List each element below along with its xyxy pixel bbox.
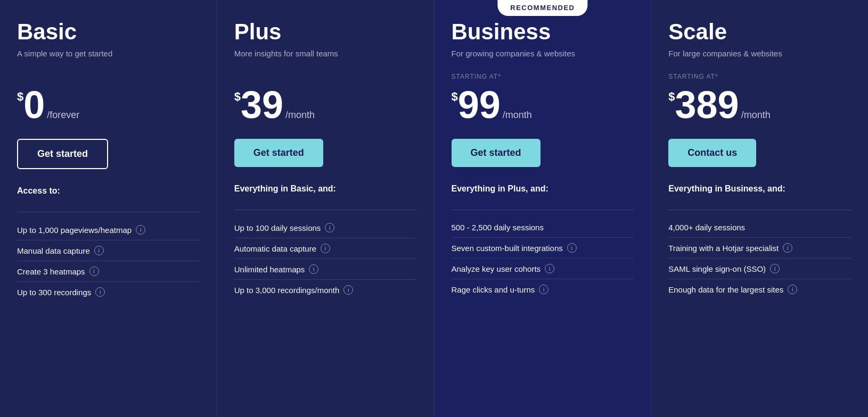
price-row-business: $ 99 /month xyxy=(452,86,634,124)
price-amount-plus: 39 xyxy=(241,86,283,124)
feature-text-scale-3: Enough data for the largest sites xyxy=(668,285,783,294)
pricing-container: BasicA simple way to get started $ 0 /fo… xyxy=(0,0,868,417)
price-dollar-basic: $ xyxy=(17,90,23,104)
price-row-plus: $ 39 /month xyxy=(234,86,417,124)
plan-name-business: Business xyxy=(452,19,634,45)
plan-name-basic: Basic xyxy=(17,19,200,45)
info-icon-plus-1[interactable]: i xyxy=(321,244,330,253)
price-period-basic: /forever xyxy=(47,110,79,121)
cta-button-business[interactable]: Get started xyxy=(452,139,541,167)
feature-item-scale-2: SAML single sign-on (SSO) i xyxy=(668,258,851,279)
feature-text-basic-0: Up to 1,000 pageviews/heatmap xyxy=(17,226,132,235)
feature-text-basic-1: Manual data capture xyxy=(17,246,90,255)
info-icon-plus-2[interactable]: i xyxy=(309,264,318,274)
cta-button-basic[interactable]: Get started xyxy=(17,139,108,169)
info-icon-plus-0[interactable]: i xyxy=(325,223,334,232)
price-dollar-plus: $ xyxy=(234,90,241,104)
divider-scale xyxy=(668,210,851,210)
feature-item-plus-3: Up to 3,000 recordings/month i xyxy=(234,280,417,300)
feature-item-scale-0: 4,000+ daily sessions xyxy=(668,218,851,238)
info-icon-basic-1[interactable]: i xyxy=(94,246,104,255)
plan-card-business: RECOMMENDEDBusinessFor growing companies… xyxy=(435,0,652,417)
price-amount-business: 99 xyxy=(458,86,501,124)
feature-text-scale-1: Training with a Hotjar specialist xyxy=(668,244,779,253)
info-icon-basic-2[interactable]: i xyxy=(89,266,99,276)
feature-text-plus-3: Up to 3,000 recordings/month xyxy=(234,286,340,295)
starting-at-scale: STARTING AT* xyxy=(668,73,851,84)
feature-item-business-3: Rage clicks and u-turns i xyxy=(452,279,634,299)
feature-item-business-1: Seven custom-built integrations i xyxy=(452,238,634,258)
plan-card-scale: ScaleFor large companies & websitesSTART… xyxy=(651,0,868,417)
feature-text-plus-1: Automatic data capture xyxy=(234,244,316,253)
price-period-plus: /month xyxy=(285,110,315,121)
info-icon-basic-0[interactable]: i xyxy=(136,225,145,235)
feature-text-business-3: Rage clicks and u-turns xyxy=(452,285,535,294)
price-row-basic: $ 0 /forever xyxy=(17,86,200,124)
feature-item-plus-1: Automatic data capture i xyxy=(234,238,417,259)
cta-button-scale[interactable]: Contact us xyxy=(668,139,756,167)
price-period-business: /month xyxy=(503,110,532,121)
cta-button-plus[interactable]: Get started xyxy=(234,139,323,167)
features-heading-basic: Access to: xyxy=(17,186,200,196)
feature-text-scale-0: 4,000+ daily sessions xyxy=(668,223,745,232)
plan-subtitle-business: For growing companies & websites xyxy=(452,49,634,58)
info-icon-basic-3[interactable]: i xyxy=(95,287,105,297)
feature-item-basic-2: Create 3 heatmaps i xyxy=(17,261,200,282)
starting-at-business: STARTING AT* xyxy=(452,73,634,84)
feature-item-basic-1: Manual data capture i xyxy=(17,240,200,261)
feature-text-business-1: Seven custom-built integrations xyxy=(452,244,563,253)
feature-item-basic-3: Up to 300 recordings i xyxy=(17,282,200,302)
info-icon-business-1[interactable]: i xyxy=(567,243,577,253)
feature-item-scale-3: Enough data for the largest sites i xyxy=(668,279,851,299)
features-heading-business: Everything in Plus, and: xyxy=(452,184,634,194)
feature-item-scale-1: Training with a Hotjar specialist i xyxy=(668,238,851,258)
starting-at-basic xyxy=(17,73,200,84)
plan-name-plus: Plus xyxy=(234,19,417,45)
feature-item-basic-0: Up to 1,000 pageviews/heatmap i xyxy=(17,220,200,240)
plan-subtitle-scale: For large companies & websites xyxy=(668,49,851,58)
divider-business xyxy=(452,210,634,210)
feature-text-basic-3: Up to 300 recordings xyxy=(17,288,91,297)
feature-text-plus-2: Unlimited heatmaps xyxy=(234,265,305,274)
recommended-badge: RECOMMENDED xyxy=(497,0,587,16)
plan-card-plus: PlusMore insights for small teams $ 39 /… xyxy=(217,0,435,417)
feature-item-plus-0: Up to 100 daily sessions i xyxy=(234,218,417,238)
info-icon-scale-3[interactable]: i xyxy=(788,285,797,294)
info-icon-business-3[interactable]: i xyxy=(539,285,548,294)
feature-item-business-0: 500 - 2,500 daily sessions xyxy=(452,218,634,238)
price-row-scale: $ 389 /month xyxy=(668,86,851,124)
info-icon-scale-2[interactable]: i xyxy=(770,264,780,273)
feature-text-business-0: 500 - 2,500 daily sessions xyxy=(452,223,544,232)
divider-basic xyxy=(17,212,200,212)
plan-name-scale: Scale xyxy=(668,19,851,45)
info-icon-business-2[interactable]: i xyxy=(545,264,554,273)
feature-text-scale-2: SAML single sign-on (SSO) xyxy=(668,264,766,273)
feature-text-basic-2: Create 3 heatmaps xyxy=(17,267,85,276)
feature-text-plus-0: Up to 100 daily sessions xyxy=(234,223,321,232)
plan-subtitle-plus: More insights for small teams xyxy=(234,49,417,58)
divider-plus xyxy=(234,210,417,210)
price-amount-scale: 389 xyxy=(675,86,739,124)
feature-text-business-2: Analyze key user cohorts xyxy=(452,264,541,273)
features-heading-plus: Everything in Basic, and: xyxy=(234,184,417,194)
info-icon-plus-3[interactable]: i xyxy=(343,285,353,295)
price-dollar-scale: $ xyxy=(668,90,675,104)
plan-subtitle-basic: A simple way to get started xyxy=(17,49,200,58)
price-dollar-business: $ xyxy=(452,90,458,104)
plan-card-basic: BasicA simple way to get started $ 0 /fo… xyxy=(0,0,217,417)
features-heading-scale: Everything in Business, and: xyxy=(668,184,851,194)
price-amount-basic: 0 xyxy=(23,86,45,124)
feature-item-plus-2: Unlimited heatmaps i xyxy=(234,259,417,280)
price-period-scale: /month xyxy=(741,110,771,121)
info-icon-scale-1[interactable]: i xyxy=(783,243,792,253)
feature-item-business-2: Analyze key user cohorts i xyxy=(452,258,634,279)
starting-at-plus xyxy=(234,73,417,84)
